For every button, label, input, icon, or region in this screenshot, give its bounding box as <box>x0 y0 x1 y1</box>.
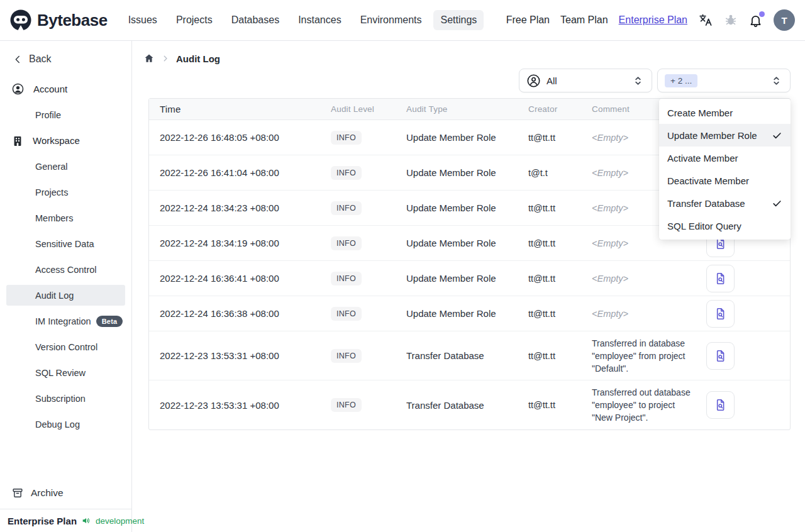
announcement-speaker-icon <box>81 516 91 526</box>
sidebar-item-access-control[interactable]: Access Control <box>0 257 131 282</box>
creator-filter-value: All <box>547 75 557 86</box>
audit-type-cell: Transfer Database <box>406 400 528 411</box>
current-plan-label: Enterprise Plan <box>8 516 77 526</box>
info-badge: INFO <box>331 349 362 363</box>
time-cell: 2022-12-23 13:53:31 +08:00 <box>149 400 331 411</box>
audit-type-cell: Update Member Role <box>406 167 528 178</box>
table-row: 2022-12-24 16:36:38 +08:00 INFO Update M… <box>149 296 790 331</box>
sidebar-item-sensitive-data[interactable]: Sensitive Data <box>0 231 131 257</box>
avatar[interactable]: T <box>774 9 795 31</box>
menu-item-transfer-database[interactable]: Transfer Database <box>659 192 791 214</box>
notifications-bell-icon[interactable] <box>748 13 763 28</box>
creator-cell: tt@tt.tt <box>528 274 592 284</box>
audit-type-cell: Update Member Role <box>406 273 528 284</box>
col-audit-level: Audit Level <box>331 104 406 114</box>
time-cell: 2022-12-24 18:34:23 +08:00 <box>149 202 331 213</box>
free-plan-link[interactable]: Free Plan <box>506 14 550 26</box>
info-badge: INFO <box>331 236 362 250</box>
brand-logo[interactable]: Bytebase <box>9 8 108 32</box>
sidebar-item-projects[interactable]: Projects <box>0 179 131 205</box>
audit-level-cell: INFO <box>331 236 406 250</box>
nav-databases[interactable]: Databases <box>225 10 287 30</box>
navbar-right: Free Plan Team Plan Enterprise Plan T <box>506 9 795 31</box>
menu-item-update-member-role[interactable]: Update Member Role <box>659 124 791 147</box>
chevron-right-icon <box>161 54 170 63</box>
check-icon <box>772 130 782 141</box>
filter-bar: All + 2 ... <box>132 69 805 92</box>
chevron-left-icon <box>13 54 23 65</box>
bug-report-icon[interactable] <box>724 13 738 27</box>
top-navbar: Bytebase Issues Projects Databases Insta… <box>0 0 805 41</box>
chevron-up-down-icon <box>631 74 645 87</box>
audit-level-cell: INFO <box>331 201 406 215</box>
menu-item-deactivate-member[interactable]: Deactivate Member <box>659 169 791 192</box>
sidebar-item-profile[interactable]: Profile <box>0 102 131 128</box>
nav-issues[interactable]: Issues <box>121 10 164 30</box>
audit-type-cell: Update Member Role <box>406 202 528 213</box>
time-cell: 2022-12-24 16:36:41 +08:00 <box>149 273 331 284</box>
creator-cell: tt@tt.tt <box>528 351 592 361</box>
audit-type-cell: Update Member Role <box>406 238 528 248</box>
comment-cell: Transferred out database "employee" to p… <box>592 386 697 424</box>
nav-projects[interactable]: Projects <box>169 10 219 30</box>
sidebar-item-general[interactable]: General <box>0 153 131 179</box>
audit-level-cell: INFO <box>331 131 406 145</box>
menu-item-sql-editor-query[interactable]: SQL Editor Query <box>659 214 791 237</box>
sidebar-nav: Account Profile Workspace General Projec… <box>0 76 131 437</box>
audit-level-cell: INFO <box>331 307 406 321</box>
settings-sidebar: Back Account Profile <box>0 41 132 532</box>
nav-settings[interactable]: Settings <box>433 10 484 30</box>
audit-level-cell: INFO <box>331 398 406 412</box>
chevron-up-down-icon <box>770 74 783 87</box>
time-cell: 2022-12-24 16:36:38 +08:00 <box>149 308 331 319</box>
page-title: Audit Log <box>176 53 220 64</box>
audit-level-cell: INFO <box>331 166 406 180</box>
table-row: 2022-12-23 13:53:31 +08:00 INFO Transfer… <box>149 380 790 429</box>
comment-cell: Transferred in database "employee" from … <box>592 337 697 375</box>
menu-item-activate-member[interactable]: Activate Member <box>659 147 791 169</box>
check-icon <box>772 198 782 209</box>
building-icon <box>11 135 24 147</box>
sidebar-item-members[interactable]: Members <box>0 205 131 231</box>
col-creator: Creator <box>528 104 592 114</box>
view-detail-button[interactable] <box>706 265 735 292</box>
time-cell: 2022-12-26 16:48:05 +08:00 <box>149 132 331 143</box>
sidebar-item-sql-review[interactable]: SQL Review <box>0 360 131 385</box>
menu-item-create-member[interactable]: Create Member <box>659 101 791 124</box>
sidebar-item-subscription[interactable]: Subscription <box>0 385 131 411</box>
home-icon[interactable] <box>143 53 155 64</box>
nav-environments[interactable]: Environments <box>353 10 429 30</box>
back-button[interactable]: Back <box>0 41 131 65</box>
sidebar-item-audit-log[interactable]: Audit Log <box>6 285 125 306</box>
creator-cell: tt@tt.tt <box>528 238 592 248</box>
nav-instances[interactable]: Instances <box>291 10 348 30</box>
view-detail-button[interactable] <box>706 300 735 328</box>
beta-badge: Beta <box>96 316 123 327</box>
sidebar-item-version-control[interactable]: Version Control <box>0 334 131 360</box>
view-detail-button[interactable] <box>706 391 735 419</box>
main-nav: Issues Projects Databases Instances Envi… <box>121 10 484 30</box>
info-badge: INFO <box>331 307 362 321</box>
notification-dot <box>759 11 765 17</box>
creator-filter-select[interactable]: All <box>519 69 652 92</box>
team-plan-link[interactable]: Team Plan <box>560 14 608 26</box>
back-label: Back <box>29 53 52 65</box>
view-detail-button[interactable] <box>706 342 735 370</box>
audit-level-cell: INFO <box>331 349 406 363</box>
audit-type-filter-select[interactable]: + 2 ... <box>657 69 791 92</box>
sidebar-item-debug-log[interactable]: Debug Log <box>0 411 131 437</box>
creator-cell: tt@tt.tt <box>528 203 592 213</box>
sidebar-section-account: Account <box>0 76 131 102</box>
user-circle-icon <box>11 82 25 96</box>
selected-types-tag: + 2 ... <box>665 74 697 87</box>
table-row: 2022-12-23 13:53:31 +08:00 INFO Transfer… <box>149 331 790 380</box>
enterprise-plan-link[interactable]: Enterprise Plan <box>619 14 687 26</box>
info-badge: INFO <box>331 398 362 412</box>
translate-icon[interactable] <box>698 13 713 28</box>
archive-label: Archive <box>31 487 64 499</box>
col-audit-type: Audit Type <box>406 104 528 114</box>
archive-link[interactable]: Archive <box>0 480 131 506</box>
sidebar-section-workspace: Workspace <box>0 128 131 153</box>
brand-name: Bytebase <box>37 11 108 30</box>
sidebar-item-im-integration[interactable]: IM Integration Beta <box>0 308 131 334</box>
